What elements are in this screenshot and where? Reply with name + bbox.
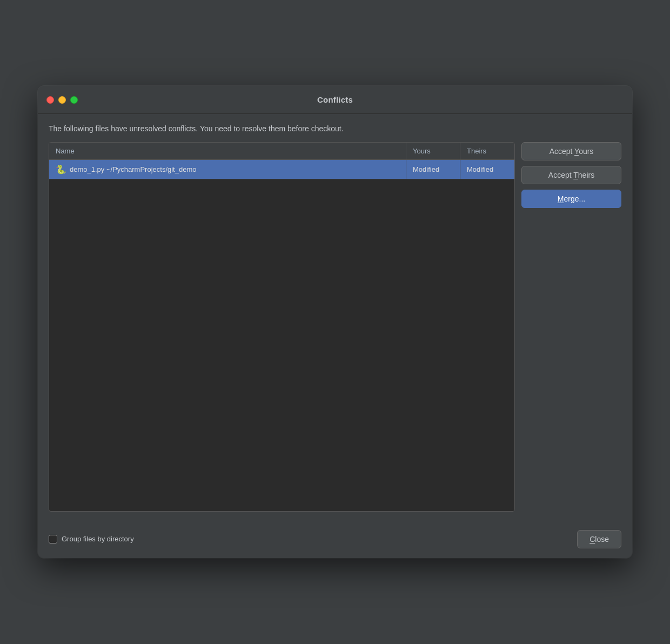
cell-theirs: Modified xyxy=(460,160,514,179)
merge-underline: M xyxy=(558,194,564,203)
dialog-footer: Group files by directory Close xyxy=(38,522,632,558)
cell-name: 🐍 demo_1.py ~/PycharmProjects/git_demo xyxy=(49,160,406,179)
column-name: Name xyxy=(49,143,406,159)
close-window-button[interactable] xyxy=(46,96,54,104)
window-title: Conflicts xyxy=(317,95,353,104)
table-header: Name Yours Theirs xyxy=(49,143,514,160)
titlebar: Conflicts xyxy=(38,86,632,114)
close-underline: C xyxy=(589,535,595,544)
description-text: The following files have unresolved conf… xyxy=(49,124,621,135)
group-files-checkbox-label[interactable]: Group files by directory xyxy=(49,535,134,544)
accept-theirs-button[interactable]: Accept Theirs xyxy=(521,166,621,184)
accept-yours-underline: Y xyxy=(574,147,579,156)
column-yours: Yours xyxy=(406,143,460,159)
maximize-window-button[interactable] xyxy=(70,96,78,104)
table-row[interactable]: 🐍 demo_1.py ~/PycharmProjects/git_demo M… xyxy=(49,160,514,179)
group-files-label: Group files by directory xyxy=(62,535,134,543)
table-body: 🐍 demo_1.py ~/PycharmProjects/git_demo M… xyxy=(49,160,514,511)
dialog-content: The following files have unresolved conf… xyxy=(38,114,632,522)
column-theirs: Theirs xyxy=(460,143,514,159)
conflicts-table: Name Yours Theirs 🐍 demo_1.py ~/PycharmP… xyxy=(49,142,515,512)
cell-name-text: demo_1.py ~/PycharmProjects/git_demo xyxy=(70,165,196,173)
traffic-lights xyxy=(46,96,78,104)
accept-theirs-underline: T xyxy=(573,171,578,179)
main-area: Name Yours Theirs 🐍 demo_1.py ~/PycharmP… xyxy=(49,142,621,512)
close-button[interactable]: Close xyxy=(577,530,621,548)
group-files-checkbox[interactable] xyxy=(49,535,57,544)
accept-yours-button[interactable]: Accept Yours xyxy=(521,142,621,160)
buttons-panel: Accept Yours Accept Theirs Merge... xyxy=(521,142,621,512)
minimize-window-button[interactable] xyxy=(58,96,66,104)
merge-button[interactable]: Merge... xyxy=(521,190,621,208)
conflicts-dialog: Conflicts The following files have unres… xyxy=(38,86,632,558)
cell-yours: Modified xyxy=(406,160,460,179)
file-icon: 🐍 xyxy=(56,164,66,175)
